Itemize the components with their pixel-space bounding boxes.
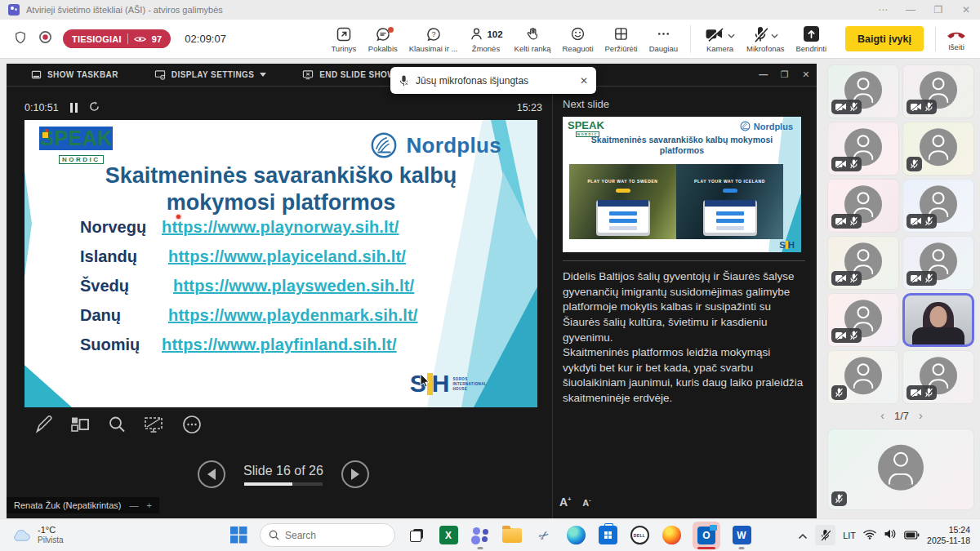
tray-wifi-icon[interactable] <box>863 528 876 543</box>
pause-timer-icon[interactable] <box>70 103 78 113</box>
black-screen-button[interactable] <box>144 415 165 434</box>
participant-tile[interactable] <box>902 350 974 404</box>
next-slide-button[interactable] <box>341 460 369 488</box>
mic-chevron-icon[interactable] <box>771 27 778 42</box>
toolbar-item-view[interactable]: Peržiūrėti <box>599 25 644 53</box>
ppt-minimize-icon[interactable]: — <box>753 69 774 80</box>
search-input[interactable] <box>285 530 375 541</box>
toolbar-item-react[interactable]: Reaguoti <box>556 25 599 53</box>
window-minimize-icon[interactable]: — <box>897 4 924 16</box>
tray-volume-icon[interactable] <box>884 528 897 543</box>
toolbar-item-chat[interactable]: Pokalbis <box>363 25 403 53</box>
self-view-tile[interactable] <box>827 429 974 510</box>
zoom-in-icon[interactable]: + <box>146 500 151 510</box>
link-url[interactable]: https://www.playsweden.sih.lt/ <box>173 277 414 295</box>
taskbar-icon-dell[interactable]: DELL <box>629 525 650 546</box>
participant-tile[interactable] <box>827 293 899 347</box>
tray-mic-muted-icon[interactable] <box>815 525 835 545</box>
camera-off-icon <box>835 331 846 340</box>
taskbar-icon-outlook[interactable]: O <box>693 522 720 549</box>
slide-title: Skaitmeninės savarankiško kalbų mokymosi… <box>52 162 510 216</box>
toast-close-icon[interactable]: ✕ <box>580 75 588 87</box>
link-row: Islandųhttps://www.playiceland.sih.lt/ <box>80 247 418 277</box>
slide-sorter-button[interactable] <box>70 415 90 434</box>
display-settings-button[interactable]: DISPLAY SETTINGS <box>154 69 266 80</box>
active-speaker-video-tile[interactable] <box>902 293 974 347</box>
thumb-nordplus-logo: Nordplus <box>740 121 793 131</box>
toast-text: Jūsų mikrofonas išjungtas <box>416 75 528 87</box>
toolbar-item-qa[interactable]: ? Klausimai ir ... <box>403 25 464 53</box>
taskbar-icon-edge[interactable] <box>565 525 586 546</box>
participant-tile[interactable] <box>827 179 899 233</box>
link-url[interactable]: https://www.playdenmark.sih.lt/ <box>168 306 418 325</box>
start-button[interactable] <box>228 525 249 546</box>
tray-chevron-up-icon[interactable] <box>798 528 808 543</box>
link-url[interactable]: https://www.playfinland.sih.lt/ <box>162 335 397 354</box>
window-restore-icon[interactable]: ❐ <box>924 4 952 16</box>
taskbar-icon-teams[interactable] <box>470 525 491 546</box>
end-event-button[interactable]: Baigti įvykį <box>845 26 924 51</box>
taskbar-icon-word[interactable]: W <box>731 525 752 546</box>
weather-widget[interactable]: -1°CPilvista <box>0 525 64 544</box>
share-button[interactable]: Bendrinti <box>791 25 833 53</box>
mic-off-icon <box>925 388 933 398</box>
mic-off-icon <box>850 159 858 169</box>
ppt-close-icon[interactable]: ✕ <box>795 69 817 80</box>
recording-icon <box>38 30 52 47</box>
participant-tile[interactable] <box>827 64 899 118</box>
toolbar-item-more[interactable]: Daugiau <box>644 25 684 53</box>
leave-button[interactable]: Išeiti <box>935 27 980 51</box>
camera-toggle[interactable]: Kamera <box>699 25 741 53</box>
thumb-sih-logo: SH <box>779 240 795 250</box>
tray-battery-icon[interactable] <box>904 528 920 543</box>
taskbar-icon-firefox[interactable] <box>661 525 682 546</box>
end-slide-show-button[interactable]: END SLIDE SHOW <box>302 69 395 80</box>
link-url[interactable]: https://www.playnorway.sih.lt/ <box>162 218 399 237</box>
toolbar-item-content[interactable]: Turinys <box>325 25 363 53</box>
thumb-title: Skaitmeninės savarankiško kalbų mokymosi… <box>588 135 776 156</box>
more-options-button[interactable] <box>182 415 202 434</box>
font-increase-button[interactable]: A+ <box>559 495 571 509</box>
window-close-icon[interactable]: ✕ <box>952 4 980 16</box>
window-more-icon[interactable]: ⋯ <box>869 4 897 16</box>
taskbar-icon-snipping-tool[interactable]: ✂ <box>533 525 555 546</box>
toolbar-item-people[interactable]: 102 Žmonės <box>463 25 508 53</box>
show-taskbar-button[interactable]: SHOW TASKBAR <box>31 69 118 80</box>
participant-tile[interactable] <box>902 236 974 290</box>
next-slide-thumbnail[interactable]: SPEAKNORDIC Nordplus Skaitmeninės savara… <box>563 117 801 252</box>
taskbar-icon-file-explorer[interactable] <box>501 525 523 546</box>
nordplus-logo: Nordplus <box>370 131 501 159</box>
slide-decoration <box>24 349 72 407</box>
participant-tile[interactable] <box>827 122 899 176</box>
participant-tile[interactable] <box>902 64 974 118</box>
tray-language-indicator[interactable]: LIT <box>843 531 856 540</box>
taskbar-icon-task-view[interactable] <box>406 525 427 546</box>
participant-tile[interactable] <box>902 122 974 176</box>
taskbar-icon <box>31 69 42 80</box>
participant-tile[interactable] <box>827 350 899 404</box>
participants-prev-page-icon[interactable]: ‹ <box>880 409 884 422</box>
camera-chevron-icon[interactable] <box>728 27 735 42</box>
participant-tile[interactable] <box>827 236 899 290</box>
next-slide-panel: Next slide SPEAKNORDIC Nordplus Skaitmen… <box>552 87 817 518</box>
restart-timer-icon[interactable] <box>89 101 100 114</box>
participant-tile[interactable] <box>902 179 974 233</box>
ppt-restore-icon[interactable]: ❐ <box>774 69 795 80</box>
zoom-tool-button[interactable] <box>107 415 127 434</box>
previous-slide-button[interactable] <box>198 460 225 488</box>
camera-off-icon <box>835 274 846 282</box>
mic-toggle[interactable]: Mikrofonas <box>741 25 790 53</box>
participants-next-page-icon[interactable]: › <box>919 409 923 422</box>
share-content-icon <box>336 25 352 43</box>
share-icon <box>804 26 819 42</box>
toolbar-item-raise-hand[interactable]: Kelti ranką <box>509 25 557 53</box>
font-decrease-button[interactable]: A- <box>582 497 590 508</box>
taskbar-search[interactable] <box>260 523 395 547</box>
link-url[interactable]: https://www.playiceland.sih.lt/ <box>168 247 406 266</box>
taskbar-icon-store[interactable] <box>597 525 618 546</box>
zoom-out-icon[interactable]: — <box>129 500 138 510</box>
tray-clock[interactable]: 15:24 2025-11-18 <box>927 525 970 545</box>
camera-off-icon <box>835 103 846 111</box>
taskbar-icon-excel[interactable]: X <box>438 525 459 546</box>
pen-tool-button[interactable] <box>34 415 53 434</box>
